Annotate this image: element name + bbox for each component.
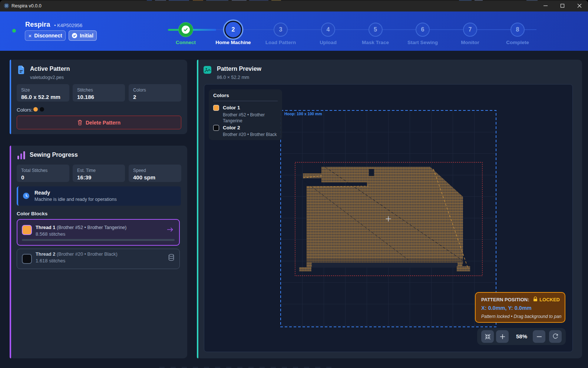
svg-text:Hoop: 100 x 100 mm: Hoop: 100 x 100 mm: [284, 112, 322, 116]
